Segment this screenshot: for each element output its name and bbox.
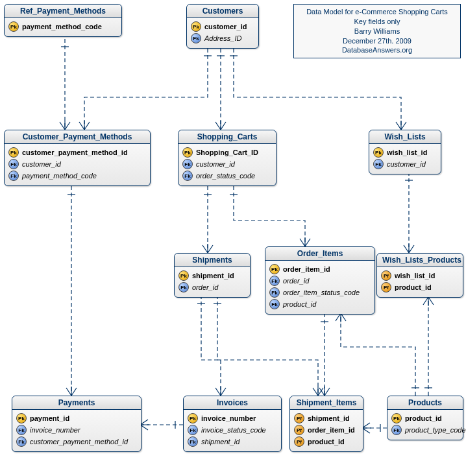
field-row: Pkcustomer_id <box>191 21 254 32</box>
pk-icon: Pk <box>8 21 19 32</box>
field-name: shipment_id <box>192 272 234 280</box>
field-name: shipment_id <box>201 438 239 446</box>
entity-customer-payment-methods: Customer_Payment_Methods Pkcustomer_paym… <box>4 130 151 186</box>
fk-icon: Fk <box>269 276 280 286</box>
entity-products: Products Pkproduct_idFkproduct_type_code <box>387 396 463 440</box>
pk-icon: Pk <box>373 147 384 158</box>
fk-icon: Fk <box>8 171 19 181</box>
entity-shipments: Shipments Pkshipment_idFkorder_id <box>174 253 251 298</box>
pf-icon: Pf <box>294 413 304 423</box>
entity-title: Shopping_Carts <box>178 130 276 144</box>
field-name: customer_id <box>22 160 61 168</box>
fk-icon: Fk <box>16 436 27 447</box>
entity-title: Products <box>387 396 463 410</box>
pk-icon: Pk <box>188 413 198 423</box>
field-name: customer_payment_method_id <box>30 438 128 446</box>
field-row: Fkcustomer_id <box>182 158 272 170</box>
entity-title: Shipments <box>175 254 250 267</box>
field-name: invoice_number <box>30 426 80 434</box>
fk-icon: Fk <box>269 299 280 309</box>
field-name: order_item_id <box>283 265 330 273</box>
field-row: Pkwish_list_id <box>373 147 437 158</box>
field-name: product_id <box>283 300 316 308</box>
fk-icon: Fk <box>373 159 384 169</box>
field-row: Pkorder_item_id <box>269 263 371 275</box>
fk-icon: Fk <box>8 159 19 169</box>
field-name: Address_ID <box>204 34 241 42</box>
fk-icon: Fk <box>182 171 193 181</box>
field-row: Pkproduct_id <box>391 412 459 424</box>
field-row: Fkshipment_id <box>188 436 277 447</box>
pf-icon: Pf <box>381 282 391 292</box>
field-name: order_status_code <box>196 172 255 180</box>
field-name: payment_method_code <box>22 23 102 30</box>
field-name: product_id <box>308 438 345 446</box>
entity-title: Ref_Payment_Methods <box>5 5 121 18</box>
field-name: order_item_status_code <box>283 289 360 296</box>
entity-order-items: Order_Items Pkorder_item_idFkorder_idFko… <box>265 246 375 315</box>
entity-invoices: Invoices Pkinvoice_numberFkinvoice_statu… <box>183 396 282 452</box>
fk-icon: Fk <box>191 33 201 43</box>
field-row: Pkpayment_id <box>16 412 137 424</box>
entity-title: Order_Items <box>265 247 374 261</box>
field-row: Pkpayment_method_code <box>8 21 117 32</box>
field-name: wish_list_id <box>387 149 427 156</box>
info-line: Barry Williams <box>300 27 454 36</box>
field-row: PkShopping_Cart_ID <box>182 147 272 158</box>
entity-title: Customer_Payment_Methods <box>5 130 150 144</box>
field-name: product_id <box>395 283 432 291</box>
pf-icon: Pf <box>294 436 304 447</box>
field-row: Fkcustomer_id <box>8 158 146 170</box>
field-row: Pfproduct_id <box>294 436 359 447</box>
field-row: Fkcustomer_payment_method_id <box>16 436 137 447</box>
field-name: customer_id <box>196 160 235 168</box>
field-name: product_id <box>405 414 442 422</box>
pf-icon: Pf <box>294 425 304 435</box>
info-box: Data Model for e-Commerce Shopping Carts… <box>293 4 461 58</box>
field-name: customer_id <box>387 160 426 168</box>
field-row: Pkcustomer_payment_method_id <box>8 147 146 158</box>
entity-wish-lists-products: Wish_Lists_Products Pfwish_list_idPfprod… <box>376 253 463 298</box>
entity-customers: Customers Pkcustomer_idFkAddress_ID <box>186 4 259 49</box>
pk-icon: Pk <box>269 264 280 274</box>
field-name: wish_list_id <box>395 272 435 280</box>
pk-icon: Pk <box>8 147 19 158</box>
field-row: Fkcustomer_id <box>373 158 437 170</box>
field-row: Fkorder_id <box>269 275 371 287</box>
pk-icon: Pk <box>178 270 189 281</box>
field-name: product_type_code <box>405 426 466 434</box>
fk-icon: Fk <box>16 425 27 435</box>
fk-icon: Fk <box>178 282 189 292</box>
field-row: Fkpayment_method_code <box>8 170 146 182</box>
field-name: Shopping_Cart_ID <box>196 149 258 156</box>
field-row: FkAddress_ID <box>191 32 254 44</box>
pk-icon: Pk <box>391 413 402 423</box>
field-row: Fkorder_item_status_code <box>269 287 371 298</box>
entity-title: Payments <box>12 396 141 410</box>
pk-icon: Pk <box>191 21 201 32</box>
entity-shipment-items: Shipment_Items Pfshipment_idPforder_item… <box>289 396 363 452</box>
field-row: Fkinvoice_number <box>16 424 137 436</box>
field-row: Fkproduct_type_code <box>391 424 459 436</box>
info-line: DatabaseAnswers.org <box>300 45 454 55</box>
entity-title: Wish_Lists <box>369 130 441 144</box>
pk-icon: Pk <box>16 413 27 423</box>
pf-icon: Pf <box>381 270 391 281</box>
fk-icon: Fk <box>188 425 198 435</box>
field-name: customer_payment_method_id <box>22 149 128 156</box>
info-line: Key fields only <box>300 17 454 27</box>
entity-title: Invoices <box>184 396 281 410</box>
field-name: payment_id <box>30 414 69 422</box>
entity-payments: Payments Pkpayment_idFkinvoice_numberFkc… <box>12 396 141 452</box>
field-name: order_id <box>192 283 218 291</box>
entity-title: Customers <box>187 5 258 18</box>
field-row: Fkproduct_id <box>269 298 371 310</box>
entity-title: Wish_Lists_Products <box>377 254 463 267</box>
field-row: Pkshipment_id <box>178 270 246 281</box>
info-line: Data Model for e-Commerce Shopping Carts <box>300 7 454 17</box>
entity-ref-payment-methods: Ref_Payment_Methods Pkpayment_method_cod… <box>4 4 122 37</box>
field-name: order_item_id <box>308 426 355 434</box>
field-row: Pfwish_list_id <box>381 270 459 281</box>
pk-icon: Pk <box>182 147 193 158</box>
fk-icon: Fk <box>269 287 280 298</box>
